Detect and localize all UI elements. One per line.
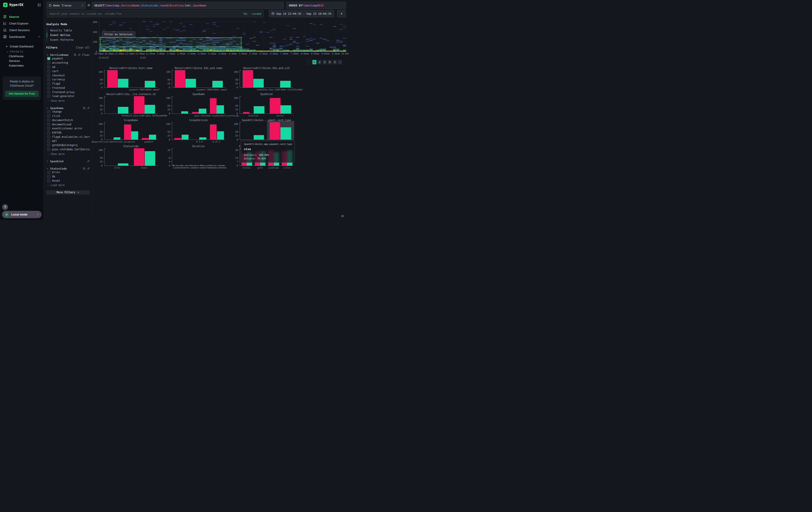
search-icon[interactable] [83, 107, 86, 110]
checkbox[interactable] [47, 86, 50, 89]
pin-icon[interactable] [87, 107, 90, 110]
bar-inliers[interactable] [118, 79, 128, 87]
bar-outliers[interactable] [210, 98, 216, 113]
source-settings-gear-icon[interactable] [87, 4, 90, 7]
page-button-5[interactable]: 5 [333, 60, 337, 64]
data-source-select[interactable]: Demo Traces [47, 2, 86, 9]
filter-option-error[interactable]: Error [46, 170, 90, 174]
filter-by-selection-button[interactable]: Filter by Selection [102, 31, 135, 37]
bar-outliers[interactable] [134, 96, 144, 113]
more-filters-button[interactable]: More filters [46, 190, 90, 194]
filter-section-header-spankind[interactable]: SpanKind [46, 160, 90, 163]
checkbox[interactable] [47, 78, 50, 81]
filter-option-click[interactable]: click [46, 114, 90, 118]
checkbox[interactable] [47, 140, 50, 143]
show-more-button[interactable]: Show more [46, 99, 90, 102]
page-button-4[interactable]: 4 [328, 60, 332, 64]
pin-icon[interactable] [78, 53, 81, 56]
checkbox[interactable] [47, 131, 50, 134]
checkbox[interactable] [47, 110, 50, 113]
bar-inliers[interactable] [253, 79, 264, 87]
page-button-2[interactable]: 2 [318, 60, 321, 64]
filter-option-currency[interactable]: currency [46, 78, 90, 82]
duration-heatmap[interactable] [99, 21, 346, 52]
bar-outliers[interactable] [175, 70, 185, 87]
chart-k8s-pod-name[interactable]: ResourceAttributes.k8s.pod.name02550100p… [162, 66, 229, 91]
heatmap-selection[interactable] [100, 37, 241, 47]
date-range-picker[interactable]: Sep 14 22:04:35 - Sep 15 10:04:35 [269, 10, 334, 17]
bar-outliers[interactable] [210, 125, 216, 140]
filter-option-unset[interactable]: Unset [46, 179, 90, 183]
checkbox[interactable] [47, 119, 50, 122]
checkbox[interactable] [47, 123, 50, 126]
bar-inliers[interactable] [145, 105, 155, 113]
bar-outliers[interactable] [270, 122, 280, 140]
get-started-button[interactable]: Get Started for Free [5, 90, 39, 97]
chart-duration[interactable]: Duration04816114197813867921600267200027… [162, 145, 229, 170]
create-dashboard-button[interactable]: Create Dashboard [0, 44, 44, 49]
bar-outliers[interactable] [242, 70, 253, 87]
page-prev-button[interactable]: ‹ [307, 60, 311, 64]
chart-span-name[interactable]: SpanName02550100grpc.oteldemo.PaymentSer… [162, 92, 229, 117]
analysis-mode-event-deltas[interactable]: Event Deltas [47, 33, 90, 37]
page-button-3[interactable]: 3 [323, 60, 327, 64]
search-input[interactable] [49, 12, 243, 16]
checkbox[interactable] [47, 175, 50, 178]
filter-section-header-spanname[interactable]: SpanName [46, 106, 90, 110]
filter-option-cart[interactable]: cart [46, 69, 90, 73]
preset-item-kubernetes[interactable]: Kubernetes [0, 63, 44, 68]
presets-toggle[interactable]: PRESETS [0, 49, 44, 54]
bar-inliers[interactable] [118, 163, 128, 166]
bar-outliers[interactable] [243, 112, 250, 113]
bar-inliers[interactable] [216, 105, 224, 113]
order-by-input[interactable]: ORDER BY Timestamp DESC [286, 2, 346, 9]
pin-icon[interactable] [87, 167, 90, 170]
bar-inliers[interactable] [254, 106, 264, 113]
checkbox[interactable] [47, 143, 50, 147]
pin-icon[interactable] [87, 160, 90, 163]
bar-outliers[interactable] [107, 70, 118, 87]
filter-option-flagd-evaluation-v1-serv-[interactable]: flagd.evaluation.v1.Serv… [46, 135, 90, 139]
checkbox[interactable] [47, 114, 50, 117]
chart-span-kind[interactable]: SpanKind02550100InternalServer [230, 92, 297, 117]
bar-inliers[interactable] [217, 131, 224, 140]
bar-outliers[interactable] [174, 138, 181, 140]
filter-option-eventlistener-error[interactable]: eventListener.error [46, 127, 90, 131]
sidebar-item-chart-explorer[interactable]: Chart Explorer [0, 20, 44, 27]
filter-option-expire[interactable]: EXPIRE [46, 131, 90, 135]
select-query-input[interactable]: SELECT Timestamp, ServiceName, StatusCod… [92, 2, 284, 9]
chart-status-code[interactable]: StatusCode02550100ErrorUnset [94, 145, 161, 170]
checkbox[interactable] [47, 61, 50, 64]
filter-option-frontend-proxy[interactable]: frontend-proxy [46, 90, 90, 94]
bar-inliers[interactable] [182, 135, 188, 140]
checkbox[interactable] [47, 82, 50, 85]
chart-scope-name[interactable]: ScopeName02550100@hyperdx/instrumentatio… [94, 119, 161, 143]
filter-option-frontend[interactable]: frontend [46, 86, 90, 90]
bar-inliers[interactable] [212, 81, 223, 87]
lucene-mode-toggle[interactable]: Lucene [252, 12, 261, 16]
filter-option-load-generator[interactable]: load-generator [46, 94, 90, 99]
bar-inliers[interactable] [145, 81, 155, 87]
bar-inliers[interactable] [199, 137, 206, 140]
sidebar-collapse-icon[interactable] [37, 3, 41, 7]
help-button[interactable]: ? [2, 204, 8, 210]
local-mode-menu[interactable]: U Local mode [2, 211, 41, 218]
checkbox[interactable] [47, 95, 50, 98]
bar-outliers[interactable] [142, 138, 149, 140]
checkbox[interactable] [47, 57, 50, 60]
filter-option-change[interactable]: change [46, 110, 90, 114]
bar-inliers[interactable] [280, 105, 291, 113]
filter-option-payment[interactable]: payment [46, 57, 90, 61]
clear-section-button[interactable]: Clear [82, 53, 90, 57]
filter-option-grpc-oteldemo-cartservic-[interactable]: grpc.oteldemo.CartServic… [46, 147, 90, 152]
chart-service-instance-id[interactable]: ResourceAttribu..ice.instance.id02550100… [94, 92, 161, 117]
filter-section-header-servicename[interactable]: ServiceNameClear [46, 53, 90, 57]
checkbox[interactable] [47, 127, 50, 130]
bar-inliers[interactable] [145, 151, 155, 166]
checkbox[interactable] [47, 179, 50, 182]
preset-item-clickhouse[interactable]: ClickHouse [0, 54, 44, 58]
bar-inliers[interactable] [131, 131, 138, 140]
load-more-button[interactable]: Load more [46, 183, 90, 187]
sql-mode-toggle[interactable]: SQL [243, 12, 248, 16]
run-query-button[interactable] [337, 10, 346, 17]
